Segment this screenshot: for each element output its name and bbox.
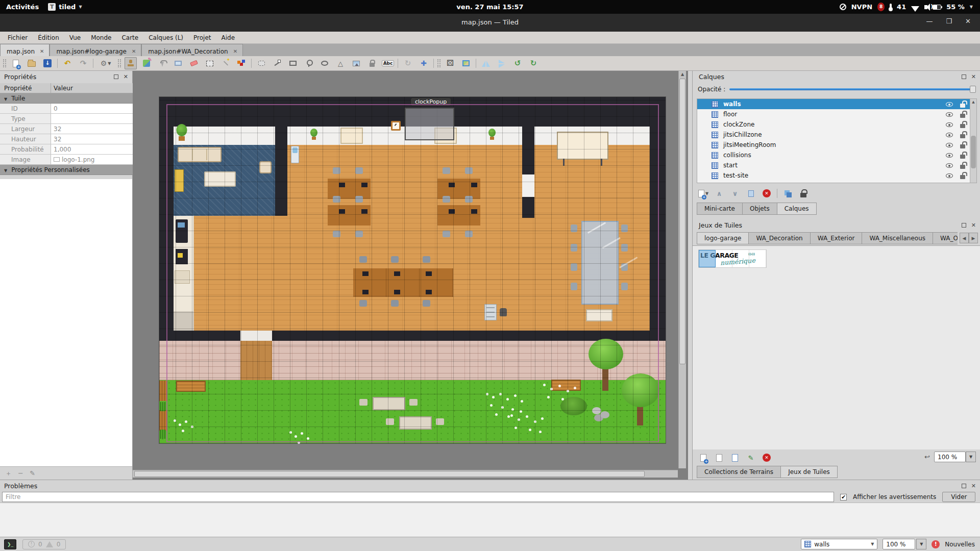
highlight-current-layer-button[interactable] — [460, 57, 472, 69]
visibility-eye-icon[interactable] — [946, 122, 953, 127]
tab-mini-carte[interactable]: Mini-carte — [697, 203, 743, 215]
group-row-tuile[interactable]: ▼Tuile — [0, 93, 133, 104]
layer-row-jitsimeetingroom[interactable]: jitsiMeetingRoom — [697, 140, 976, 150]
property-row-id[interactable]: ID0 — [0, 104, 133, 114]
problems-filter-input[interactable] — [2, 492, 834, 502]
property-value[interactable] — [51, 114, 133, 123]
insert-tile-tool[interactable] — [350, 57, 362, 69]
same-tile-select-tool[interactable] — [235, 57, 248, 69]
clear-problems-button[interactable]: Vider — [942, 492, 975, 502]
close-button[interactable]: ✕ — [965, 17, 971, 25]
unlocked-icon[interactable] — [960, 134, 965, 138]
magic-wand-tool[interactable] — [219, 57, 232, 69]
new-map-button[interactable] — [10, 57, 22, 69]
scroll-up-icon[interactable]: ▲ — [970, 99, 976, 105]
close-tab-icon[interactable]: ✕ — [40, 48, 44, 54]
tileset-tab-logo-garage[interactable]: logo-garage — [697, 232, 749, 244]
export-tileset-button[interactable] — [729, 452, 741, 463]
insert-template-tool[interactable] — [366, 57, 378, 69]
show-warnings-checkbox[interactable]: ✔ — [840, 494, 847, 500]
undo-button[interactable]: ↶ — [61, 57, 74, 69]
insert-point-tool[interactable] — [303, 57, 315, 69]
map-view[interactable]: clockPopup — [159, 97, 666, 443]
rotate-left-button[interactable]: ↺ — [511, 57, 524, 69]
new-layer-button[interactable]: ▼ — [698, 188, 709, 199]
open-tileset-button[interactable] — [714, 452, 725, 463]
opacity-slider[interactable] — [729, 88, 976, 90]
remove-tileset-button[interactable]: ✕ — [761, 452, 772, 463]
shape-fill-tool[interactable] — [172, 57, 184, 69]
menu-projet[interactable]: Projet — [189, 33, 215, 43]
visibility-eye-icon[interactable] — [946, 173, 953, 178]
window-title-bar[interactable]: map.json — Tiled — ❒ ✕ — [0, 14, 980, 32]
unlocked-icon[interactable] — [960, 144, 965, 148]
close-tab-icon[interactable]: ✕ — [233, 48, 237, 54]
tileset-tab-wa-miscellaneous[interactable]: WA_Miscellaneous — [862, 232, 933, 244]
remove-layer-button[interactable]: ✕ — [761, 188, 772, 199]
terrain-brush-tool[interactable] — [140, 57, 153, 69]
visibility-eye-icon[interactable] — [946, 112, 953, 117]
layer-row-floor[interactable]: floor — [697, 109, 976, 119]
tab-objets[interactable]: Objets — [743, 203, 777, 215]
layer-row-start[interactable]: start — [697, 160, 976, 170]
toolbar-drag-handle[interactable] — [118, 59, 121, 67]
layer-row-collisions[interactable]: collisions — [697, 150, 976, 160]
property-value[interactable]: 32 — [51, 124, 133, 134]
insert-text-tool[interactable]: Abc — [382, 57, 394, 69]
password-manager-icon[interactable]: 8 — [877, 3, 885, 11]
tileset-view[interactable]: LE GARAGE ((ı)) numérique — [693, 245, 980, 449]
rectangular-select-tool[interactable] — [204, 57, 216, 69]
visibility-eye-icon[interactable] — [946, 102, 953, 107]
menu-monde[interactable]: Monde — [86, 33, 116, 43]
toolbar-drag-handle[interactable] — [3, 59, 6, 67]
property-row-image[interactable]: Imagelogo-1.png — [0, 155, 133, 165]
map-zoom-combo[interactable]: 100 % — [883, 539, 915, 549]
redo-button[interactable]: ↷ — [77, 57, 89, 69]
visibility-eye-icon[interactable] — [946, 153, 953, 158]
stamp-brush-tool[interactable] — [125, 57, 137, 69]
unlocked-icon[interactable] — [960, 175, 965, 179]
selected-tile-highlight[interactable] — [699, 250, 716, 267]
visibility-eye-icon[interactable] — [946, 133, 953, 137]
layer-row-test-site[interactable]: test-site — [697, 170, 976, 181]
flip-vertical-button[interactable] — [496, 57, 508, 69]
scrollbar-thumb[interactable] — [679, 79, 685, 364]
commands-button[interactable]: ⚙▼ — [97, 57, 114, 69]
scroll-up-icon[interactable]: ▲ — [679, 71, 686, 78]
current-layer-combo[interactable]: walls ▼ — [801, 539, 877, 549]
insert-ellipse-tool[interactable] — [318, 57, 331, 69]
tab-collections-de-terrains[interactable]: Collections de Terrains — [697, 466, 781, 478]
layer-row-walls[interactable]: walls — [697, 99, 976, 109]
menu-aide[interactable]: Aide — [216, 33, 239, 43]
edit-polygons-tool[interactable] — [271, 57, 283, 69]
vertical-scrollbar[interactable]: ▲ — [678, 71, 686, 468]
insert-rectangle-tool[interactable] — [287, 57, 299, 69]
tab-calques[interactable]: Calques — [777, 203, 817, 215]
edit-tileset-button[interactable]: ✎ — [745, 452, 756, 463]
system-menu-chevron-icon[interactable]: ▼ — [970, 5, 973, 9]
lock-layer-button[interactable] — [798, 188, 809, 199]
tab-map-json-wa-decoration[interactable]: map.json#WA_Decoration ✕ — [141, 44, 243, 56]
property-value[interactable]: 1,000 — [51, 144, 133, 154]
unlocked-icon[interactable] — [960, 165, 965, 169]
rotate-tool[interactable]: ↻ — [402, 57, 414, 69]
eraser-tool[interactable] — [188, 57, 200, 69]
unlocked-icon[interactable] — [960, 124, 965, 128]
save-button[interactable]: ↓ — [41, 57, 54, 69]
menu-calques[interactable]: Calques (L) — [144, 33, 188, 43]
minimize-button[interactable]: — — [926, 17, 933, 25]
property-row-type[interactable]: Type — [0, 114, 133, 124]
collapse-triangle-icon[interactable]: ▼ — [4, 168, 7, 173]
flip-horizontal-button[interactable] — [480, 57, 492, 69]
float-panel-icon[interactable] — [962, 223, 966, 228]
select-objects-tool[interactable] — [255, 57, 267, 69]
chevron-down-icon[interactable]: ▼ — [916, 539, 926, 549]
close-tab-icon[interactable]: ✕ — [132, 48, 136, 54]
tileset-tab-wa-exterior[interactable]: WA_Exterior — [811, 232, 863, 244]
news-label[interactable]: Nouvelles — [945, 541, 975, 548]
scrollbar-thumb[interactable] — [134, 471, 645, 477]
dynamic-wrap-icon[interactable]: ↩ — [924, 454, 930, 460]
clockpopup-object[interactable] — [405, 108, 454, 140]
layer-row-jitsichillzone[interactable]: jitsiChillzone — [697, 130, 976, 140]
news-alert-icon[interactable]: ! — [932, 540, 940, 548]
